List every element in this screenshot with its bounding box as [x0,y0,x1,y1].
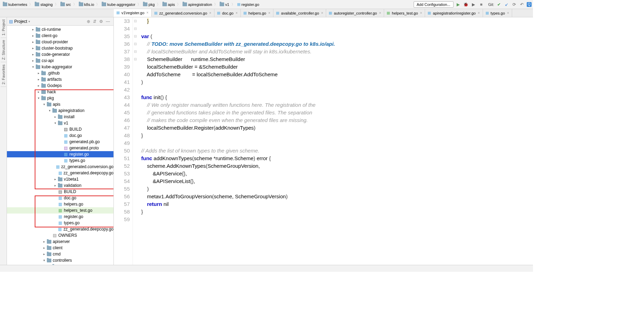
expand-arrow-icon[interactable]: ▾ [42,259,47,262]
expand-arrow-icon[interactable]: ▸ [31,40,36,44]
stop-icon[interactable]: ■ [478,2,484,7]
tree-folder[interactable]: ▸cli-runtime [7,26,113,33]
tree-folder[interactable]: ▸client [7,245,113,251]
expand-arrow-icon[interactable]: ▸ [53,115,58,119]
tree-folder[interactable]: ▾v1 [7,120,113,126]
editor-tab[interactable]: ▦doc.go× [214,9,241,17]
close-icon[interactable]: × [379,11,382,15]
tree-file[interactable]: ▦helpers.go [7,201,113,207]
breadcrumb-item[interactable]: staging [33,2,54,7]
tree-folder[interactable]: ▸v1beta1 [7,176,113,182]
hide-icon[interactable]: — [104,19,111,24]
close-icon[interactable]: × [235,11,238,15]
tree-file[interactable]: ▦types.go [7,220,113,226]
collapse-all-icon[interactable]: ⇵ [92,19,98,24]
tree-folder[interactable]: ▾pkg [7,95,113,101]
gutter-fold[interactable]: ⊟⊟⊟⊟⊟⊟ [133,17,138,265]
tree-folder[interactable]: ▸cmd [7,251,113,257]
rail-tab[interactable]: 1: Project [1,17,6,38]
tree-folder[interactable]: ▾controllers [7,257,113,263]
tree-folder[interactable]: ▸install [7,114,113,120]
tree-file[interactable]: ▤OWNERS [7,232,113,238]
tree-folder[interactable]: ▸client-go [7,33,113,39]
search-icon[interactable]: Q [527,2,532,7]
code-area[interactable]: } var ( // TODO: move SchemeBuilder with… [138,17,335,265]
breadcrumb-item[interactable]: src [59,2,73,7]
expand-arrow-icon[interactable]: ▸ [53,184,58,187]
tree-file[interactable]: ▦generated.pb.go [7,139,113,145]
tree-file[interactable]: ▦zz_generated.deepcopy.go [7,226,113,232]
tree-file[interactable]: ▦helpers_test.go [7,207,113,214]
tree-folder[interactable]: ▸artifacts [7,76,113,82]
close-icon[interactable]: × [146,11,149,15]
expand-arrow-icon[interactable]: ▸ [31,28,36,31]
expand-arrow-icon[interactable]: ▸ [31,53,36,56]
tree-folder[interactable]: ▸.github [7,70,113,76]
tree-file[interactable]: ▤generated.proto [7,145,113,151]
close-icon[interactable]: × [321,11,324,15]
git-commit-icon[interactable]: ✔ [496,2,502,7]
tree-file[interactable]: ▦register.go [7,214,113,220]
tree-folder[interactable]: ▸hack [7,89,113,95]
expand-arrow-icon[interactable]: ▸ [36,84,41,87]
editor-tab[interactable]: ▦apiregistration\register.go× [425,9,483,17]
git-update-icon[interactable]: ↙ [504,2,509,7]
close-icon[interactable]: × [506,11,510,15]
rail-tab[interactable]: 2: Favorites [1,62,6,87]
expand-arrow-icon[interactable]: ▾ [53,121,58,125]
tree-folder[interactable]: ▾apiregistration [7,107,113,114]
close-icon[interactable]: × [420,11,423,15]
tree-file[interactable]: ▤BUILD [7,189,113,195]
project-panel-title[interactable]: ▤ Project ▾ [9,19,85,24]
breadcrumb-item[interactable]: kubernetes [1,2,28,7]
expand-arrow-icon[interactable]: ▸ [53,177,58,181]
tree-folder[interactable]: ▸csi-api [7,58,113,64]
expand-arrow-icon[interactable]: ▸ [42,246,47,250]
expand-arrow-icon[interactable]: ▸ [42,252,47,256]
tree-file[interactable]: ▦zz_generated.conversion.go [7,164,113,170]
tree-file[interactable]: ▦doc.go [7,132,113,139]
run-icon[interactable]: ▶ [456,2,461,7]
run-with-coverage-icon[interactable]: ▶ [471,2,476,7]
expand-arrow-icon[interactable]: ▸ [31,46,36,50]
tree-file[interactable]: ▦zz_generated.deepcopy.go [7,170,113,176]
expand-arrow-icon[interactable]: ▸ [36,71,41,75]
tree-file[interactable]: ▤BUILD [7,126,113,132]
expand-arrow-icon[interactable]: ▾ [31,65,36,69]
editor-tab[interactable]: ▦available_controller.go× [273,9,326,17]
editor-tab[interactable]: ▦v1\register.go× [114,9,152,17]
tree-folder[interactable]: ▸apiserver [7,238,113,245]
expand-arrow-icon[interactable]: ▾ [36,96,41,100]
tree-file[interactable]: ▦doc.go [7,195,113,201]
tree-folder[interactable]: ▸cloud-provider [7,39,113,45]
expand-arrow-icon[interactable]: ▾ [47,109,52,112]
git-history-icon[interactable]: ⟳ [511,2,517,7]
editor-tab[interactable]: ▦helpers.go× [241,9,273,17]
expand-arrow-icon[interactable]: ▸ [36,78,41,81]
breadcrumb-item[interactable]: apiregistration [181,2,213,7]
breadcrumb-item[interactable]: ▦register.go [236,1,261,7]
editor[interactable]: 3334353637383940414243444546474849505152… [114,17,533,265]
tree-file[interactable]: ▦types.go [7,157,113,164]
close-icon[interactable]: × [477,11,481,15]
expand-arrow-icon[interactable]: ▾ [42,103,47,106]
breadcrumb-item[interactable]: v1 [218,2,231,7]
tree-folder[interactable]: ▸cluster-bootstrap [7,45,113,51]
editor-tab[interactable]: ▦types.go× [483,9,512,17]
editor-tab[interactable]: ▦helpers_test.go× [384,9,425,17]
breadcrumb-item[interactable]: pkg [142,2,156,7]
expand-arrow-icon[interactable]: ▸ [31,34,36,37]
tree-folder[interactable]: ▾kube-aggregator [7,64,113,70]
tree-folder[interactable]: ▸validation [7,182,113,189]
add-configuration-button[interactable]: Add Configuration... [414,1,454,8]
breadcrumb-item[interactable]: kube-aggregator [100,2,137,7]
tree-folder[interactable]: ▸Godeps [7,82,113,89]
rail-tab[interactable]: Z: Structure [1,38,6,62]
breadcrumb-item[interactable]: apis [161,2,176,7]
close-icon[interactable]: × [209,11,212,15]
editor-tab[interactable]: ▦autoregister_controller.go× [326,9,384,17]
tree-file[interactable]: ▦register.go [7,151,113,157]
locate-icon[interactable]: ⊕ [85,19,92,24]
settings-icon[interactable]: ⚙ [98,19,104,24]
expand-arrow-icon[interactable]: ▸ [42,240,47,243]
